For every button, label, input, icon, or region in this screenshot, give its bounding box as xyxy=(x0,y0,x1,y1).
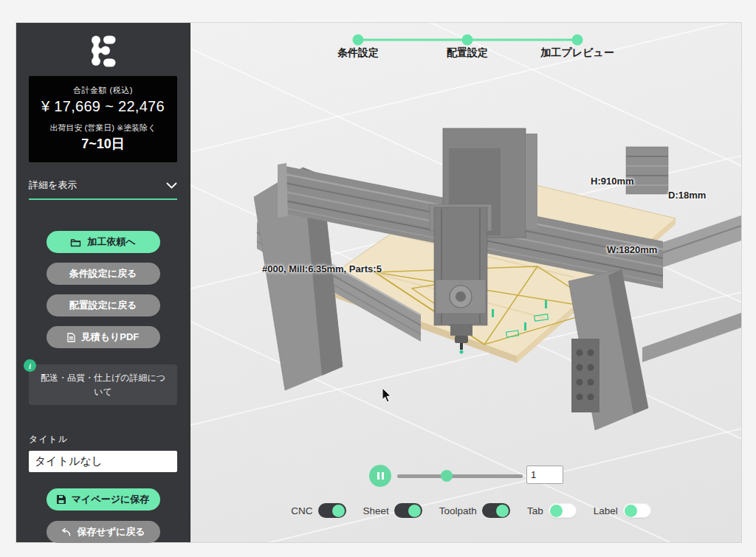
save-icon xyxy=(57,495,66,504)
shipping-estimate-label: 出荷目安 (営業日) ※塗装除く xyxy=(33,122,173,134)
order-button[interactable]: 加工依頼へ xyxy=(47,231,160,253)
toggle-sheet-switch[interactable] xyxy=(394,503,422,518)
timeline-slider-thumb[interactable] xyxy=(441,470,453,482)
gantry-end-stack xyxy=(626,147,668,194)
height-annotation: H:910mm xyxy=(591,176,634,187)
title-field-label: タイトル xyxy=(29,433,177,446)
exit-without-saving-label: 保存せずに戻る xyxy=(77,525,145,539)
back-arrow-icon xyxy=(61,528,71,536)
quote-pdf-button[interactable]: 見積もりPDF xyxy=(47,326,160,348)
pause-icon xyxy=(377,472,379,480)
toggle-knob xyxy=(408,505,421,517)
step-conditions[interactable]: 条件設定 xyxy=(337,46,379,60)
3d-viewport[interactable]: 条件設定 配置設定 加工プレビュー #000, Mill:6.35mm, Par… xyxy=(190,23,741,542)
shipping-estimate-value: 7~10日 xyxy=(33,135,173,153)
toggle-label-label: Label xyxy=(594,505,618,516)
depth-annotation: D:18mm xyxy=(668,190,706,201)
back-to-conditions-label: 条件設定に戻る xyxy=(69,267,137,280)
folder-open-icon xyxy=(70,238,81,247)
toggle-sheet-label: Sheet xyxy=(363,505,389,516)
toggle-knob xyxy=(332,505,345,517)
toggle-knob xyxy=(625,505,637,517)
toggle-item-sheet: Sheet xyxy=(363,503,422,518)
toggle-item-toolpath: Toolpath xyxy=(439,503,510,518)
show-details-toggle[interactable]: 詳細を表示 xyxy=(29,179,177,200)
order-button-label: 加工依頼へ xyxy=(87,235,135,249)
shipping-quality-info-label: 配送・品質・仕上げの詳細について xyxy=(41,373,165,397)
frame-number-input[interactable] xyxy=(526,466,563,484)
3d-scene xyxy=(190,23,741,542)
info-icon: i xyxy=(24,359,36,372)
sidebar: 合計金額 (税込) ¥ 17,669 ~ 22,476 出荷目安 (営業日) ※… xyxy=(16,23,190,542)
toggle-tab-switch[interactable] xyxy=(549,503,577,518)
document-icon xyxy=(67,333,75,342)
toggle-toolpath-switch[interactable] xyxy=(482,503,510,518)
shipping-quality-info-link[interactable]: i 配送・品質・仕上げの詳細について xyxy=(29,364,177,405)
right-support-base xyxy=(571,339,599,412)
save-buttons: マイページに保存 保存せずに戻る xyxy=(29,488,177,553)
toggle-knob xyxy=(550,505,563,517)
total-price-label: 合計金額 (税込) xyxy=(33,85,173,96)
step-layout[interactable]: 配置設定 xyxy=(447,46,488,60)
back-to-layout-button[interactable]: 配置設定に戻る xyxy=(47,294,160,316)
toggle-cnc-switch[interactable] xyxy=(318,503,346,518)
app-window: 合計金額 (税込) ¥ 17,669 ~ 22,476 出荷目安 (営業日) ※… xyxy=(16,22,742,543)
layer-toggles: CNC Sheet Toolpath Tab Label xyxy=(201,503,741,518)
toggle-item-tab: Tab xyxy=(527,503,577,518)
width-annotation: W:1820mm xyxy=(607,244,657,255)
sheet-info-annotation: #000, Mill:6.35mm, Parts:5 xyxy=(262,263,382,274)
show-details-label: 詳細を表示 xyxy=(29,179,77,192)
pause-button[interactable] xyxy=(369,465,391,487)
exit-without-saving-button[interactable]: 保存せずに戻る xyxy=(47,521,160,543)
toggle-item-cnc: CNC xyxy=(291,503,346,518)
action-buttons: 加工依頼へ 条件設定に戻る 配置設定に戻る 見積もりPDF xyxy=(29,231,177,358)
back-to-layout-label: 配置設定に戻る xyxy=(69,299,137,312)
mouse-cursor-icon xyxy=(382,388,392,403)
toggle-label-switch[interactable] xyxy=(623,503,651,518)
emarf-logo-icon xyxy=(89,33,118,69)
toggle-toolpath-label: Toolpath xyxy=(439,505,477,516)
stepper-graphic xyxy=(353,35,583,46)
price-quote-card: 合計金額 (税込) ¥ 17,669 ~ 22,476 出荷目安 (営業日) ※… xyxy=(29,76,177,162)
chevron-down-icon xyxy=(166,182,177,189)
title-input[interactable] xyxy=(29,451,177,472)
toggle-item-label: Label xyxy=(594,503,651,518)
toggle-knob xyxy=(496,505,509,517)
save-to-mypage-label: マイページに保存 xyxy=(72,493,150,506)
step-preview[interactable]: 加工プレビュー xyxy=(540,46,614,60)
quote-pdf-label: 見積もりPDF xyxy=(81,331,140,344)
toggle-cnc-label: CNC xyxy=(291,505,312,516)
toggle-tab-label: Tab xyxy=(527,505,543,516)
timeline-slider-track[interactable] xyxy=(397,474,523,478)
save-to-mypage-button[interactable]: マイページに保存 xyxy=(47,488,160,511)
back-to-conditions-button[interactable]: 条件設定に戻る xyxy=(47,263,160,285)
total-price-value: ¥ 17,669 ~ 22,476 xyxy=(33,98,173,115)
